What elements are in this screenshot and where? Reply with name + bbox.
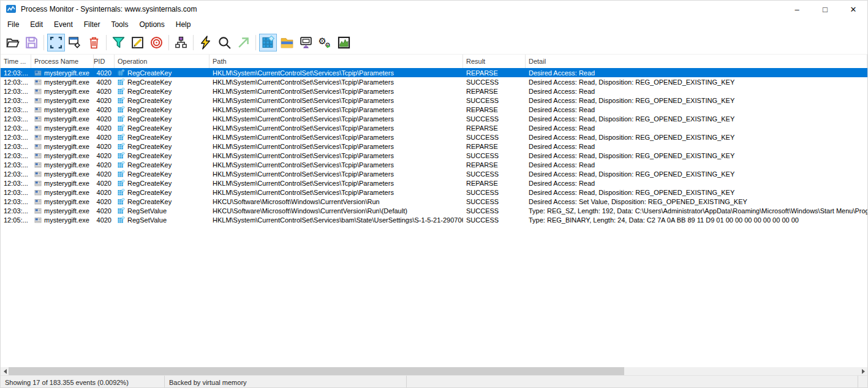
table-row[interactable]: 12:03:...mysterygift.exe4020RegCreateKey… [1, 114, 867, 123]
capture-button[interactable] [47, 34, 65, 51]
menu-filter[interactable]: Filter [78, 18, 106, 31]
table-row[interactable]: 12:03:...mysterygift.exe4020RegCreateKey… [1, 142, 867, 151]
event-list[interactable]: 12:03:...mysterygift.exe4020RegCreateKey… [1, 68, 867, 367]
cell-result: REPARSE [463, 86, 526, 96]
column-header-path[interactable]: Path [209, 55, 463, 68]
cell-detail: Desired Access: Read, Disposition: REG_O… [526, 96, 867, 105]
table-row[interactable]: 12:03:...mysterygift.exe4020RegCreateKey… [1, 123, 867, 132]
table-row[interactable]: 12:03:...mysterygift.exe4020RegCreateKey… [1, 77, 867, 86]
save-button[interactable] [23, 34, 40, 51]
table-row[interactable]: 12:03:...mysterygift.exe4020RegCreateKey… [1, 105, 867, 114]
open-button[interactable] [4, 34, 21, 51]
cell-operation: RegCreateKey [115, 142, 209, 151]
cell-pid: 4020 [94, 188, 115, 197]
cell-time: 12:03:... [1, 132, 31, 142]
column-header-detail[interactable]: Detail [526, 55, 867, 68]
column-header-process[interactable]: Process Name [31, 55, 94, 68]
cell-detail: Desired Access: Read, Disposition: REG_O… [526, 114, 867, 123]
table-row[interactable]: 12:03:...mysterygift.exe4020RegCreateKey… [1, 68, 867, 77]
table-row[interactable]: 12:03:...mysterygift.exe4020RegCreateKey… [1, 169, 867, 178]
column-header-result[interactable]: Result [463, 55, 526, 68]
registry-operation-icon [118, 78, 125, 86]
open-folder-icon [6, 36, 20, 50]
left-triangle-icon [1, 369, 7, 374]
jump-to-button[interactable] [235, 34, 252, 51]
registry-operation-icon [118, 180, 125, 187]
table-row[interactable]: 12:03:...mysterygift.exe4020RegCreateKey… [1, 132, 867, 142]
show-profiling-events-button[interactable] [335, 34, 353, 51]
cell-process-name: mysterygift.exe [31, 206, 94, 215]
maximize-button[interactable]: □ [811, 1, 839, 18]
close-button[interactable]: ✕ [839, 1, 867, 18]
process-icon [34, 143, 42, 150]
lightning-button[interactable] [197, 34, 214, 51]
table-row[interactable]: 12:03:...mysterygift.exe4020RegCreateKey… [1, 151, 867, 160]
find-button[interactable] [216, 34, 233, 51]
autoscroll-button[interactable] [66, 34, 84, 51]
status-backing-store: Backed by virtual memory [165, 376, 407, 387]
toolbar-separator [43, 35, 44, 50]
resize-grip[interactable] [858, 376, 867, 387]
table-row[interactable]: 12:03:...mysterygift.exe4020RegCreateKey… [1, 188, 867, 197]
show-network-activity-button[interactable] [297, 34, 315, 51]
highlight-button[interactable] [129, 34, 146, 51]
column-header-time[interactable]: Time ... [1, 55, 31, 68]
scroll-right-arrow[interactable] [859, 367, 867, 375]
minimize-button[interactable]: – [783, 1, 811, 18]
column-header-operation[interactable]: Operation [115, 55, 209, 68]
status-bar: Showing 17 of 183.355 events (0.0092%) B… [1, 375, 867, 387]
cell-operation: RegCreateKey [115, 96, 209, 105]
scroll-left-arrow[interactable] [1, 367, 9, 375]
table-row[interactable]: 12:03:...mysterygift.exe4020RegCreateKey… [1, 96, 867, 105]
menu-file[interactable]: File [2, 18, 25, 31]
table-row[interactable]: 12:03:...mysterygift.exe4020RegCreateKey… [1, 197, 867, 206]
registry-operation-icon [118, 97, 125, 104]
cell-operation: RegCreateKey [115, 77, 209, 86]
cell-detail: Desired Access: Read, Disposition: REG_O… [526, 77, 867, 86]
registry-operation-icon [118, 124, 125, 132]
cell-path: HKLM\System\CurrentControlSet\Services\b… [209, 215, 463, 224]
cell-path: HKLM\System\CurrentControlSet\Services\T… [209, 68, 463, 77]
show-process-activity-button[interactable]: ⚙⚙ [316, 34, 334, 51]
horizontal-scrollbar[interactable] [1, 367, 867, 375]
table-row[interactable]: 12:03:...mysterygift.exe4020RegSetValueH… [1, 206, 867, 215]
cell-operation: RegSetValue [115, 206, 209, 215]
cell-process-name: mysterygift.exe [31, 160, 94, 169]
menu-event[interactable]: Event [48, 18, 78, 31]
show-registry-activity-button[interactable] [259, 34, 277, 51]
column-header-pid[interactable]: PID [94, 55, 115, 68]
menu-options[interactable]: Options [134, 18, 170, 31]
cell-process-name: mysterygift.exe [31, 215, 94, 224]
table-row[interactable]: 12:03:...mysterygift.exe4020RegCreateKey… [1, 160, 867, 169]
clear-button[interactable] [85, 34, 103, 51]
scrollbar-thumb[interactable] [9, 367, 624, 375]
menu-edit[interactable]: Edit [25, 18, 48, 31]
cell-result: SUCCESS [463, 197, 526, 206]
menu-tools[interactable]: Tools [105, 18, 134, 31]
cell-result: REPARSE [463, 142, 526, 151]
window-controls: – □ ✕ [783, 1, 867, 18]
find-icon [217, 36, 232, 50]
save-icon [25, 36, 39, 50]
cell-operation: RegCreateKey [115, 123, 209, 132]
cell-operation: RegCreateKey [115, 132, 209, 142]
filter-button[interactable] [110, 34, 127, 51]
cell-result: REPARSE [463, 68, 526, 77]
cell-path: HKLM\System\CurrentControlSet\Services\T… [209, 142, 463, 151]
cell-process-name: mysterygift.exe [31, 123, 94, 132]
include-process-button[interactable] [148, 34, 165, 51]
cell-result: SUCCESS [463, 77, 526, 86]
process-tree-button[interactable] [172, 34, 190, 51]
table-row[interactable]: 12:03:...mysterygift.exe4020RegCreateKey… [1, 178, 867, 188]
menu-help[interactable]: Help [170, 18, 197, 31]
registry-operation-icon [118, 198, 125, 205]
table-row[interactable]: 12:03:...mysterygift.exe4020RegCreateKey… [1, 86, 867, 96]
cell-path: HKLM\System\CurrentControlSet\Services\T… [209, 132, 463, 142]
target-icon [149, 36, 164, 50]
cell-pid: 4020 [94, 142, 115, 151]
cell-pid: 4020 [94, 178, 115, 188]
cell-detail: Desired Access: Read [526, 142, 867, 151]
cell-result: REPARSE [463, 123, 526, 132]
show-file-system-activity-button[interactable] [278, 34, 296, 51]
table-row[interactable]: 12:05:...mysterygift.exe4020RegSetValueH… [1, 215, 867, 224]
